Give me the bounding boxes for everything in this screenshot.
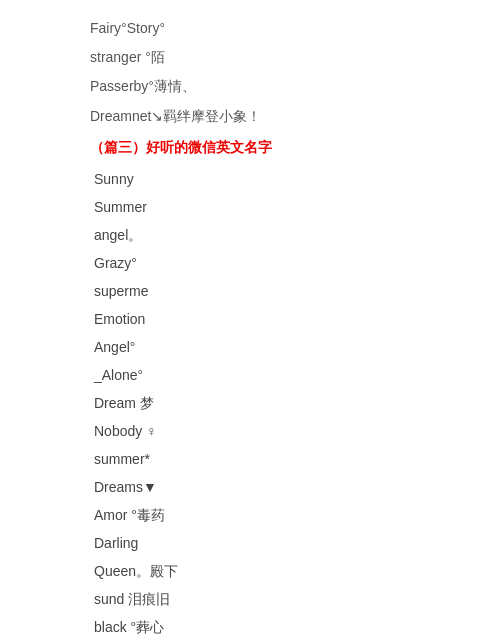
list-item: Summer bbox=[90, 193, 410, 221]
intro-line-1: Fairy°Story° bbox=[90, 16, 410, 41]
list-item: Grazy° bbox=[90, 249, 410, 277]
list-item: _Alone° bbox=[90, 361, 410, 389]
list-item: superme bbox=[90, 277, 410, 305]
list-item: Angel° bbox=[90, 333, 410, 361]
list-item: Emotion bbox=[90, 305, 410, 333]
list-item: Nobody ♀ bbox=[90, 417, 410, 445]
intro-line-2: stranger °陌 bbox=[90, 45, 410, 70]
list-item: summer* bbox=[90, 445, 410, 473]
list-item: Sunny bbox=[90, 165, 410, 193]
section-title: （篇三）好听的微信英文名字 bbox=[90, 133, 410, 161]
list-item: sund 泪痕旧 bbox=[90, 585, 410, 613]
intro-line-4: Dreamnet↘羁绊摩登小象！ bbox=[90, 104, 410, 129]
names-list: Sunny Summer angel。 Grazy° superme Emoti… bbox=[90, 165, 410, 636]
list-item: angel。 bbox=[90, 221, 410, 249]
list-item: black °葬心 bbox=[90, 613, 410, 636]
list-item: Dreams▼ bbox=[90, 473, 410, 501]
list-item: Darling bbox=[90, 529, 410, 557]
intro-line-3: Passerby°薄情、 bbox=[90, 74, 410, 99]
intro-section: Fairy°Story° stranger °陌 Passerby°薄情、 Dr… bbox=[90, 16, 410, 129]
main-content: Fairy°Story° stranger °陌 Passerby°薄情、 Dr… bbox=[0, 0, 500, 636]
list-item: Queen。殿下 bbox=[90, 557, 410, 585]
list-item: Dream 梦 bbox=[90, 389, 410, 417]
list-item: Amor °毒药 bbox=[90, 501, 410, 529]
